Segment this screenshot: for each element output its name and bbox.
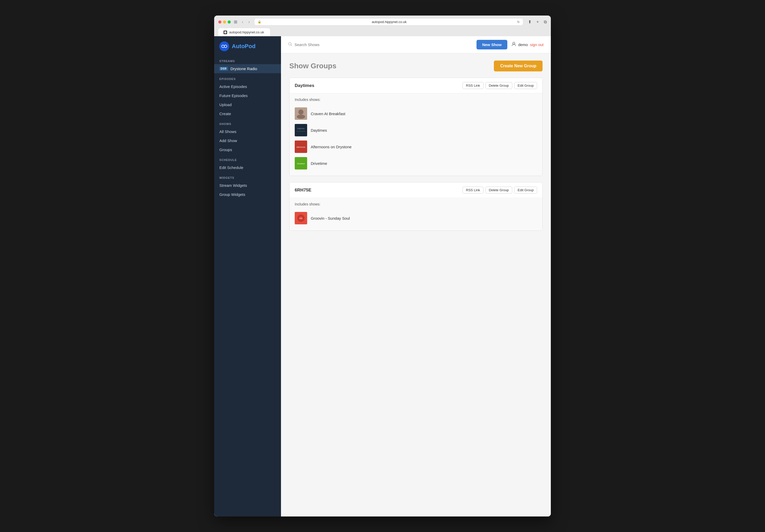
- browser-window: ⊞ ‹ › 🔒 autopod.hippynet.co.uk ↻ ⬆ ＋ ⧉: [214, 16, 551, 516]
- sidebar-section-shows: SHOWS All Shows Add Show Groups: [214, 118, 281, 154]
- sidebar-item-drystone-radio[interactable]: DSR Drystone Radio: [214, 64, 281, 73]
- sidebar-item-add-show[interactable]: Add Show: [214, 136, 281, 145]
- svg-text:Drivetime: Drivetime: [297, 163, 305, 164]
- sidebar-item-future-episodes[interactable]: Future Episodes: [214, 91, 281, 100]
- main-content: Show Groups Create New Group Daytimes RS…: [281, 53, 551, 516]
- shows-label: SHOWS: [214, 118, 281, 127]
- browser-tabs: autopod.hippynet.co.uk: [218, 27, 547, 36]
- sidebar-item-all-shows[interactable]: All Shows: [214, 127, 281, 136]
- svg-line-4: [291, 45, 292, 46]
- includes-label-daytimes: Includes shows:: [295, 98, 537, 102]
- svg-point-7: [298, 110, 304, 115]
- sidebar-section-streams: STREAMS DSR Drystone Radio: [214, 55, 281, 73]
- lock-icon: 🔒: [258, 20, 261, 24]
- new-tab-icon[interactable]: ＋: [535, 19, 540, 25]
- svg-point-8: [297, 115, 305, 119]
- maximize-button[interactable]: [228, 20, 231, 24]
- minimize-button[interactable]: [223, 20, 226, 24]
- page-header: Show Groups Create New Group: [289, 61, 542, 72]
- stream-widgets-label: Stream Widgets: [219, 183, 247, 187]
- tab-overview-icon[interactable]: ⧉: [544, 20, 547, 24]
- sidebar-item-create[interactable]: Create: [214, 109, 281, 118]
- show-item-craven: Craven At Breakfast: [295, 105, 537, 122]
- all-shows-label: All Shows: [219, 130, 237, 134]
- group-card-header-6rh75e: 6RH75E RSS Link Delete Group Edit Group: [290, 182, 542, 198]
- group-actions-daytimes: RSS Link Delete Group Edit Group: [462, 82, 537, 89]
- svg-rect-9: [295, 124, 307, 136]
- show-item-groovin: SOUL Groovin - Sunday Soul: [295, 210, 537, 226]
- create-label: Create: [219, 112, 231, 116]
- sidebar-item-active-episodes[interactable]: Active Episodes: [214, 82, 281, 91]
- reload-button[interactable]: ↻: [517, 20, 520, 24]
- svg-point-1: [222, 45, 224, 48]
- show-name-afternoons: Afternoons on Drystone: [311, 144, 352, 149]
- share-icon[interactable]: ⬆: [528, 19, 531, 24]
- show-item-afternoons: Afternoons Afternoons on Drystone: [295, 138, 537, 155]
- url-text: autopod.hippynet.co.uk: [263, 20, 515, 24]
- sidebar-item-groups[interactable]: Groups: [214, 145, 281, 154]
- edit-schedule-label: Edit Schedule: [219, 165, 244, 170]
- logo-auto: Auto: [232, 43, 245, 49]
- logo-icon: [219, 41, 229, 51]
- sidebar-item-upload[interactable]: Upload: [214, 100, 281, 109]
- sidebar-logo: AutoPod: [214, 36, 281, 55]
- sidebar-toggle-icon[interactable]: ⊞: [234, 19, 237, 24]
- group-card-6rh75e: 6RH75E RSS Link Delete Group Edit Group …: [289, 182, 542, 231]
- active-tab[interactable]: autopod.hippynet.co.uk: [218, 28, 270, 36]
- edit-group-button-6rh75e[interactable]: Edit Group: [514, 186, 537, 193]
- rss-link-button-daytimes[interactable]: RSS Link: [462, 82, 483, 89]
- traffic-lights: [218, 20, 231, 24]
- close-button[interactable]: [218, 20, 222, 24]
- sidebar-section-episodes: EPISODES Active Episodes Future Episodes…: [214, 73, 281, 118]
- app-container: AutoPod STREAMS DSR Drystone Radio EPISO…: [214, 36, 551, 516]
- search-input[interactable]: [295, 42, 472, 47]
- sidebar-item-stream-widgets[interactable]: Stream Widgets: [214, 181, 281, 190]
- show-name-daytimes: Daytimes: [311, 128, 327, 133]
- svg-point-2: [224, 45, 227, 48]
- page-title: Show Groups: [289, 62, 337, 70]
- topbar: New Show demo sign out: [281, 36, 551, 53]
- group-card-body-daytimes: Includes shows: Craven At Breakfast: [290, 94, 542, 176]
- upload-label: Upload: [219, 103, 232, 107]
- sidebar-item-label: Drystone Radio: [231, 67, 257, 71]
- rss-link-button-6rh75e[interactable]: RSS Link: [462, 186, 483, 193]
- group-widgets-label: Group Widgets: [219, 192, 245, 197]
- svg-text:SOUL: SOUL: [299, 218, 303, 219]
- show-name-craven: Craven At Breakfast: [311, 112, 345, 116]
- new-show-button[interactable]: New Show: [476, 40, 507, 49]
- show-thumbnail-afternoons: Afternoons: [295, 140, 307, 153]
- group-card-body-6rh75e: Includes shows: SOUL Groovin - Su: [290, 198, 542, 231]
- groups-label: Groups: [219, 147, 232, 152]
- episodes-label: EPISODES: [214, 73, 281, 82]
- browser-titlebar: ⊞ ‹ › 🔒 autopod.hippynet.co.uk ↻ ⬆ ＋ ⧉: [218, 19, 547, 25]
- show-thumbnail-daytimes: Daytimes on Drystone: [295, 124, 307, 136]
- tab-favicon: [224, 31, 227, 34]
- edit-group-button-daytimes[interactable]: Edit Group: [514, 82, 537, 89]
- streams-label: STREAMS: [214, 55, 281, 64]
- stream-badge: DSR: [219, 67, 228, 71]
- schedule-label: SCHEDULE: [214, 154, 281, 163]
- tab-label: autopod.hippynet.co.uk: [229, 30, 264, 34]
- group-card-header-daytimes: Daytimes RSS Link Delete Group Edit Grou…: [290, 78, 542, 94]
- delete-group-button-daytimes[interactable]: Delete Group: [485, 82, 512, 89]
- username: demo: [518, 42, 528, 47]
- group-name-6rh75e: 6RH75E: [295, 187, 311, 193]
- search-icon: [288, 42, 293, 47]
- sidebar-item-group-widgets[interactable]: Group Widgets: [214, 190, 281, 199]
- svg-text:Afternoons: Afternoons: [297, 146, 305, 148]
- back-button[interactable]: ‹: [240, 19, 245, 25]
- create-new-group-button[interactable]: Create New Group: [494, 61, 542, 72]
- show-name-drivetime: Drivetime: [311, 161, 327, 165]
- includes-label-6rh75e: Includes shows:: [295, 202, 537, 206]
- address-bar[interactable]: 🔒 autopod.hippynet.co.uk ↻: [255, 19, 523, 25]
- show-name-groovin: Groovin - Sunday Soul: [311, 216, 350, 220]
- svg-point-5: [513, 42, 515, 44]
- sidebar-item-edit-schedule[interactable]: Edit Schedule: [214, 163, 281, 172]
- group-card-daytimes: Daytimes RSS Link Delete Group Edit Grou…: [289, 78, 542, 176]
- widgets-label: WIDGETS: [214, 172, 281, 181]
- delete-group-button-6rh75e[interactable]: Delete Group: [485, 186, 512, 193]
- signout-link[interactable]: sign out: [530, 42, 543, 47]
- active-episodes-label: Active Episodes: [219, 84, 247, 89]
- forward-button[interactable]: ›: [247, 19, 251, 25]
- show-thumbnail-drivetime: Drivetime: [295, 157, 307, 169]
